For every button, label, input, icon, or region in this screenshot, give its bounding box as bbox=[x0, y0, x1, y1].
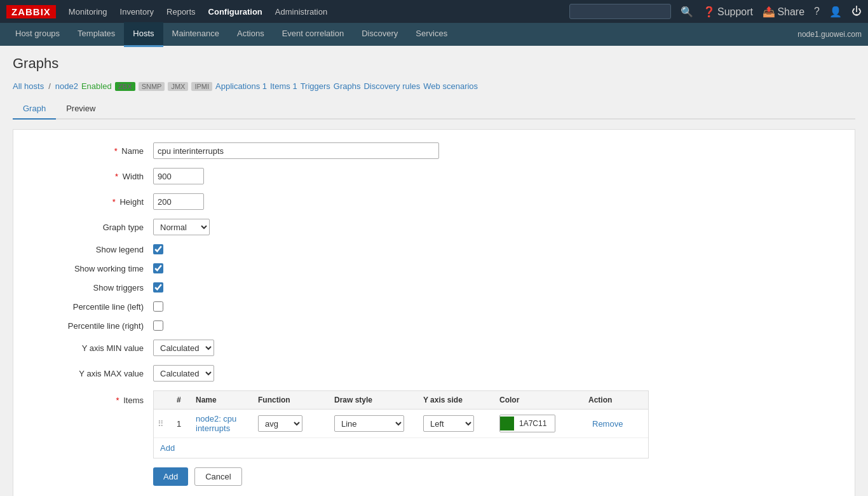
tab-preview[interactable]: Preview bbox=[56, 99, 105, 120]
nav-reports[interactable]: Reports bbox=[166, 7, 196, 17]
items-table-header: # Name Function Draw style Y axis side C… bbox=[154, 391, 648, 410]
form-area: * Name * Width * Height Graph type bbox=[13, 129, 855, 496]
height-input[interactable] bbox=[153, 193, 204, 210]
nav-inventory[interactable]: Inventory bbox=[120, 7, 154, 17]
search-input[interactable] bbox=[569, 4, 671, 19]
nav-templates[interactable]: Templates bbox=[69, 22, 124, 47]
percentile-left-row: Percentile line (left) bbox=[26, 301, 842, 312]
ipmi-badge: IPMI bbox=[191, 82, 212, 91]
power-icon[interactable]: ⏻ bbox=[851, 6, 862, 17]
action-buttons: Add Cancel bbox=[153, 467, 842, 486]
zabbix-logo: ZABBIX bbox=[6, 5, 56, 18]
percentile-right-label: Percentile line (right) bbox=[26, 321, 153, 331]
show-working-time-checkbox[interactable] bbox=[153, 263, 163, 273]
item-name-link[interactable]: node2: cpu interrupts bbox=[192, 413, 254, 434]
page-title: Graphs bbox=[13, 55, 855, 72]
col-y-axis-side: Y axis side bbox=[419, 394, 496, 406]
y-axis-min-row: Y axis MIN value Calculated Fixed Item bbox=[26, 340, 842, 356]
width-input[interactable] bbox=[153, 168, 204, 184]
applications-tab-link[interactable]: Applications 1 bbox=[215, 81, 267, 91]
percentile-right-row: Percentile line (right) bbox=[26, 320, 842, 331]
nav-monitoring[interactable]: Monitoring bbox=[69, 7, 107, 17]
add-button[interactable]: Add bbox=[153, 467, 188, 486]
nav-configuration[interactable]: Configuration bbox=[208, 7, 262, 17]
nav-discovery[interactable]: Discovery bbox=[353, 22, 407, 47]
zbx-badge: ZBX bbox=[115, 82, 135, 91]
percentile-left-checkbox[interactable] bbox=[153, 301, 163, 312]
col-function: Function bbox=[254, 394, 330, 406]
graph-type-row: Graph type Normal Stacked Pie Exploded bbox=[26, 219, 842, 235]
top-navbar: ZABBIX Monitoring Inventory Reports Conf… bbox=[0, 0, 868, 23]
graph-type-select[interactable]: Normal Stacked Pie Exploded bbox=[153, 219, 210, 235]
width-label: * Width bbox=[26, 172, 153, 181]
triggers-tab-link[interactable]: Triggers bbox=[301, 81, 330, 91]
enabled-badge: Enabled bbox=[81, 81, 112, 91]
color-input-wrap bbox=[499, 415, 555, 432]
help-icon[interactable]: ? bbox=[814, 6, 820, 17]
height-row: * Height bbox=[26, 193, 842, 210]
drag-handle[interactable]: ⠿ bbox=[154, 418, 173, 430]
support-link[interactable]: ❓ Support bbox=[703, 6, 753, 18]
y-axis-max-label: Y axis MAX value bbox=[26, 369, 153, 378]
items-table: # Name Function Draw style Y axis side C… bbox=[153, 390, 649, 458]
nav-administration[interactable]: Administration bbox=[275, 7, 327, 17]
items-section: * Items # Name Function Draw style Y axi… bbox=[26, 390, 842, 458]
percentile-right-checkbox[interactable] bbox=[153, 320, 163, 331]
show-legend-row: Show legend bbox=[26, 244, 842, 254]
cancel-button[interactable]: Cancel bbox=[194, 467, 241, 486]
col-drag bbox=[154, 394, 173, 406]
show-triggers-label: Show triggers bbox=[26, 283, 153, 293]
show-triggers-checkbox[interactable] bbox=[153, 282, 163, 293]
host-breadcrumb: All hosts / node2 Enabled ZBX SNMP JMX I… bbox=[13, 81, 855, 91]
nav-maintenance[interactable]: Maintenance bbox=[163, 22, 228, 47]
nav-host-groups[interactable]: Host groups bbox=[6, 22, 69, 47]
col-action: Action bbox=[585, 394, 648, 406]
graphs-tab-link[interactable]: Graphs bbox=[334, 81, 361, 91]
item-draw-style-select[interactable]: Line Filled region Bold line Dot Dashed … bbox=[334, 415, 404, 432]
breadcrumb-sep: / bbox=[48, 81, 51, 91]
all-hosts-link[interactable]: All hosts bbox=[13, 81, 44, 91]
item-y-axis-side-cell: Left Right bbox=[419, 414, 496, 433]
item-function-select[interactable]: avg min max all last bbox=[258, 415, 302, 432]
page-content: Graphs All hosts / node2 Enabled ZBX SNM… bbox=[0, 46, 868, 496]
table-row: ⠿ 1 node2: cpu interrupts avg min max al… bbox=[154, 410, 648, 438]
items-label: * Items bbox=[26, 390, 153, 405]
add-item-link[interactable]: Add bbox=[154, 438, 648, 458]
col-num: # bbox=[173, 394, 192, 406]
name-row: * Name bbox=[26, 142, 842, 159]
items-tab-link[interactable]: Items 1 bbox=[270, 81, 297, 91]
discovery-rules-tab-link[interactable]: Discovery rules bbox=[363, 81, 420, 91]
node-link[interactable]: node2 bbox=[55, 81, 78, 91]
nav-event-correlation[interactable]: Event correlation bbox=[273, 22, 353, 47]
color-hex-input[interactable] bbox=[517, 415, 555, 432]
web-scenarios-tab-link[interactable]: Web scenarios bbox=[423, 81, 478, 91]
item-number: 1 bbox=[173, 418, 192, 430]
second-navbar: Host groups Templates Hosts Maintenance … bbox=[0, 23, 868, 46]
graph-type-label: Graph type bbox=[26, 223, 153, 232]
name-input[interactable] bbox=[153, 142, 439, 159]
item-y-axis-select[interactable]: Left Right bbox=[423, 415, 474, 432]
second-nav-links: Host groups Templates Hosts Maintenance … bbox=[6, 22, 456, 47]
tab-graph[interactable]: Graph bbox=[13, 99, 56, 120]
user-icon[interactable]: 👤 bbox=[829, 6, 842, 18]
snmp-badge: SNMP bbox=[139, 82, 165, 91]
nav-services[interactable]: Services bbox=[407, 22, 456, 47]
item-draw-style-cell: Line Filled region Bold line Dot Dashed … bbox=[330, 414, 419, 433]
show-triggers-row: Show triggers bbox=[26, 282, 842, 293]
y-axis-min-select[interactable]: Calculated Fixed Item bbox=[153, 340, 214, 356]
share-link[interactable]: 📤 Share bbox=[763, 6, 804, 18]
name-label: * Name bbox=[26, 146, 153, 156]
y-axis-max-select[interactable]: Calculated Fixed Item bbox=[153, 365, 214, 382]
user-node-label: node1.guowei.com bbox=[797, 30, 862, 39]
height-label: * Height bbox=[26, 197, 153, 207]
show-legend-checkbox[interactable] bbox=[153, 244, 163, 254]
y-axis-max-row: Y axis MAX value Calculated Fixed Item bbox=[26, 365, 842, 382]
nav-hosts[interactable]: Hosts bbox=[124, 22, 163, 47]
graph-tabs: Graph Preview bbox=[13, 99, 855, 120]
search-icon[interactable]: 🔍 bbox=[681, 6, 693, 18]
color-swatch[interactable] bbox=[500, 417, 514, 431]
remove-item-link[interactable]: Remove bbox=[588, 418, 627, 430]
nav-actions[interactable]: Actions bbox=[228, 22, 273, 47]
y-axis-min-label: Y axis MIN value bbox=[26, 343, 153, 353]
support-icon: ❓ bbox=[703, 6, 715, 17]
